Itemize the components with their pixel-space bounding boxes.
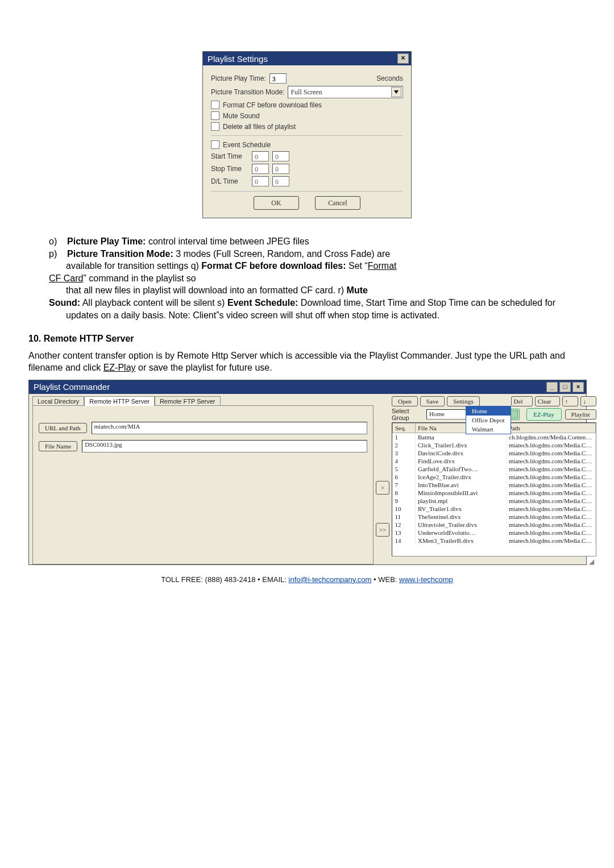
cell-seq: 3 xyxy=(393,449,416,457)
cell-seq: 10 xyxy=(393,505,416,513)
stop-time-min-input[interactable]: 0 xyxy=(272,164,289,174)
group-option-walmart[interactable]: Walmart xyxy=(466,425,511,434)
dl-time-label: D/L Time xyxy=(211,177,248,185)
url-and-path-button[interactable]: URL and Path xyxy=(39,423,87,433)
table-row[interactable]: 6IceAge2_Trailer.divxmiatech.blogdns.com… xyxy=(393,473,596,481)
table-row[interactable]: 8MissioImpossibleIII.avimiatech.blogdns.… xyxy=(393,489,596,497)
maximize-icon[interactable]: □ xyxy=(559,382,571,392)
sound-bold: Sound: xyxy=(49,298,80,308)
format-link[interactable]: Format xyxy=(368,261,397,271)
cell-seq: 5 xyxy=(393,465,416,473)
save-button[interactable]: Save xyxy=(420,396,445,406)
table-row[interactable]: 11TheSentinel.divxmiatech.blogdns.com/Me… xyxy=(393,513,596,521)
cell-path: miatech.blogdns.com/Media.Contents… xyxy=(507,521,596,529)
cell-filename: UnderworldEvolutio… xyxy=(416,529,507,537)
transition-mode-value: Full Screen xyxy=(291,88,322,97)
stop-time-hour-input[interactable]: 0 xyxy=(252,164,269,174)
event-schedule-checkbox[interactable] xyxy=(211,140,219,149)
format-cf-checkbox[interactable] xyxy=(211,101,219,109)
open-button[interactable]: Open xyxy=(392,396,418,406)
cell-filename: MissioImpossibleIII.avi xyxy=(416,489,507,497)
ezplay-link[interactable]: EZ-Play xyxy=(103,363,136,372)
move-down-button[interactable]: ↓ xyxy=(580,396,596,406)
table-row[interactable]: 13UnderworldEvolutio…miatech.blogdns.com… xyxy=(393,529,596,537)
cell-filename: DavinciCode.divx xyxy=(416,449,507,457)
table-row[interactable]: 14XMen3_TrailerB.divxmiatech.blogdns.com… xyxy=(393,537,596,545)
clear-button[interactable]: Clear xyxy=(535,396,560,406)
move-up-button[interactable]: ↑ xyxy=(562,396,578,406)
playlist-settings-titlebar[interactable]: Playlist Settings × xyxy=(203,52,411,65)
delete-all-checkbox[interactable] xyxy=(211,122,219,131)
item-q-text: Set “ xyxy=(349,261,368,271)
stop-time-label: Stop Time xyxy=(211,165,248,173)
close-icon[interactable]: × xyxy=(572,382,584,392)
picture-play-time-label: Picture Play Time: xyxy=(211,74,266,82)
cell-path: miatech.blogdns.com/Media.Contents… xyxy=(507,489,596,497)
cell-path: miatech.blogdns.com/Media.Contents… xyxy=(507,513,596,521)
cell-seq: 1 xyxy=(393,433,416,441)
file-name-input[interactable]: DSC00013.jpg xyxy=(82,440,367,452)
add-item-button[interactable]: > xyxy=(376,481,389,495)
resize-grip-icon[interactable]: ◢ xyxy=(392,558,596,564)
mute-checkbox[interactable] xyxy=(211,111,219,120)
footer-web-link[interactable]: www.i-techcomp xyxy=(399,575,453,584)
playlist-commander-titlebar[interactable]: Playlist Commander _ □ × xyxy=(29,380,586,394)
cell-filename: TheSentinel.divx xyxy=(416,513,507,521)
col-seq[interactable]: Seq. xyxy=(393,423,416,433)
cell-path: miatech.blogdns.com/Media.Contents… xyxy=(507,473,596,481)
event-schedule-text: Download time, Start Time and Stop Time … xyxy=(301,298,555,308)
update-line: updates on a daily basis. Note: Client”s… xyxy=(66,310,439,320)
tab-local-directory[interactable]: Local Directory xyxy=(32,396,84,406)
chevron-down-icon[interactable] xyxy=(391,87,401,97)
table-row[interactable]: 12Ultraviolet_Trailer.divxmiatech.blogdn… xyxy=(393,521,596,529)
ez-play-button[interactable]: EZ-Play xyxy=(526,408,562,421)
event-schedule-label: Event Schedule xyxy=(223,141,271,149)
table-row[interactable]: 7IntoTheBlue.avimiatech.blogdns.com/Medi… xyxy=(393,481,596,489)
cell-path: miatech.blogdns.com/Media.Contents… xyxy=(507,505,596,513)
table-row[interactable]: 2Click_Trailer1.divxmiatech.blogdns.com/… xyxy=(393,441,596,449)
cancel-button[interactable]: Cancel xyxy=(315,196,360,210)
tab-remote-ftp[interactable]: Remote FTP Server xyxy=(155,396,221,406)
cf-card-link[interactable]: CF Card xyxy=(49,273,83,283)
file-name-button[interactable]: File Name xyxy=(39,441,77,451)
format-cf-label: Format CF before download files xyxy=(223,101,322,109)
table-row[interactable]: 3DavinciCode.divxmiatech.blogdns.com/Med… xyxy=(393,449,596,457)
footer-email-link[interactable]: info@i-techcompany.com xyxy=(289,575,372,584)
tab-remote-http[interactable]: Remote HTTP Server xyxy=(84,396,155,406)
start-time-hour-input[interactable]: 0 xyxy=(252,151,269,161)
playlist-button[interactable]: Playlist xyxy=(565,409,596,420)
delete-button[interactable]: Del xyxy=(511,396,533,406)
chevron-down-icon[interactable] xyxy=(510,410,518,418)
url-and-path-input[interactable]: miatech.com/MIA xyxy=(92,422,367,434)
add-all-items-button[interactable]: >> xyxy=(376,523,389,537)
cell-path: miatech.blogdns.com/Media.Contents… xyxy=(507,465,596,473)
item-r-bold: Mute xyxy=(347,285,368,295)
playlist-commander-title: Playlist Commander xyxy=(34,382,110,392)
ok-button[interactable]: OK xyxy=(254,196,299,210)
transition-mode-select[interactable]: Full Screen xyxy=(288,86,403,98)
close-icon[interactable]: × xyxy=(397,53,409,64)
cell-seq: 9 xyxy=(393,497,416,505)
cell-seq: 11 xyxy=(393,513,416,521)
playlist-table[interactable]: Seq. File Na Path 1Batmach.blogdns.com/M… xyxy=(392,422,596,556)
table-row[interactable]: 9playlist.mplmiatech.blogdns.com/Media.C… xyxy=(393,497,596,505)
table-row[interactable]: 5Garfield_ATailofTwo…miatech.blogdns.com… xyxy=(393,465,596,473)
item-o-marker: o) xyxy=(49,236,57,246)
group-option-home[interactable]: Home xyxy=(466,406,511,416)
dl-time-min-input[interactable]: 0 xyxy=(272,176,289,186)
item-p-text: 3 modes (Full Screen, Random, and Cross … xyxy=(176,249,390,259)
group-option-office[interactable]: Office Depot xyxy=(466,416,511,425)
item-q-bold: Format CF before download files: xyxy=(201,261,346,271)
settings-button[interactable]: Settings xyxy=(447,396,479,406)
minimize-icon[interactable]: _ xyxy=(546,382,558,392)
start-time-min-input[interactable]: 0 xyxy=(272,151,289,161)
item-p-bold: Picture Transition Mode: xyxy=(67,249,173,259)
dl-time-hour-input[interactable]: 0 xyxy=(252,176,269,186)
cell-seq: 12 xyxy=(393,521,416,529)
col-path[interactable]: Path xyxy=(507,423,596,433)
table-row[interactable]: 4FindLove.divxmiatech.blogdns.com/Media.… xyxy=(393,457,596,465)
table-row[interactable]: 10RV_Trailer1.divxmiatech.blogdns.com/Me… xyxy=(393,505,596,513)
cell-path: miatech.blogdns.com/Media.Contents… xyxy=(507,481,596,489)
picture-play-time-input[interactable]: 3 xyxy=(269,73,287,84)
cell-seq: 14 xyxy=(393,537,416,545)
